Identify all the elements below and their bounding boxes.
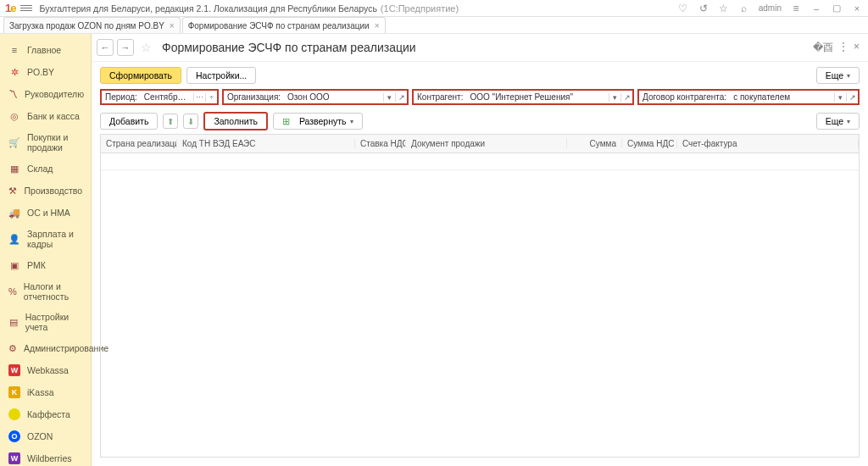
chevron-down-icon[interactable]: ▾ xyxy=(383,93,395,102)
sidebar-item-label: OZON xyxy=(27,431,53,441)
filter-value[interactable]: ООО "Интернет Решения" xyxy=(466,91,609,103)
sidebar-item-prod[interactable]: ⚒Производство xyxy=(0,180,91,202)
home-icon: ≡ xyxy=(8,44,20,56)
maximize-icon[interactable]: ▢ xyxy=(831,3,843,14)
move-up-button[interactable]: ⬆ xyxy=(163,114,178,129)
sidebar-item-webkassa[interactable]: WWebkassa xyxy=(0,359,91,381)
th-country[interactable]: Страна реализации xyxy=(101,139,177,148)
forward-button[interactable]: → xyxy=(117,39,134,56)
sidebar-item-kaffesta[interactable]: Каффеста xyxy=(0,403,91,425)
open-icon[interactable]: ↗ xyxy=(395,93,407,102)
th-sum[interactable]: Сумма xyxy=(567,139,622,148)
tab-label: Формирование ЭСЧФ по странам реализации xyxy=(188,21,370,31)
ozon-icon: O xyxy=(8,430,20,442)
filter-row: Период: Сентябрь 2024 г. ⋯ ÷ Организация… xyxy=(92,89,868,108)
th-code[interactable]: Код ТН ВЭД ЕАЭС xyxy=(177,139,355,148)
more-button[interactable]: Еще xyxy=(816,67,860,84)
close-page-icon[interactable]: × xyxy=(854,41,860,55)
more-menu-icon[interactable]: ⋮ xyxy=(838,41,849,55)
expand-label: Развернуть xyxy=(299,116,347,126)
tab-close-icon[interactable]: × xyxy=(375,21,380,31)
table: Страна реализации Код ТН ВЭД ЕАЭС Ставка… xyxy=(100,134,860,458)
sidebar-item-tax[interactable]: %Налоги и отчетность xyxy=(0,276,91,307)
form-button[interactable]: Сформировать xyxy=(100,67,181,84)
person-icon: 👤 xyxy=(8,233,20,245)
sidebar-item-label: Настройки учета xyxy=(25,312,82,332)
chevron-down-icon[interactable]: ▾ xyxy=(834,93,846,102)
notification-icon[interactable]: ♡ xyxy=(677,3,689,14)
move-down-button[interactable]: ⬇ xyxy=(183,114,198,129)
factory-icon: ⚒ xyxy=(8,185,18,197)
filter-contract: Договор контрагента: с покупателем ▾ ↗ xyxy=(637,89,860,105)
user-menu-icon[interactable]: ≡ xyxy=(790,3,802,14)
sidebar-item-sales[interactable]: 🛒Покупки и продажи xyxy=(0,127,91,158)
fill-button[interactable]: Заполнить xyxy=(203,112,268,130)
sidebar-item-label: РМК xyxy=(27,260,46,270)
minimize-icon[interactable]: – xyxy=(810,3,822,14)
sidebar-item-hr[interactable]: 👤Зарплата и кадры xyxy=(0,224,91,254)
sidebar-item-ozon[interactable]: OOZON xyxy=(0,425,91,447)
content: ← → ☆ Формирование ЭСЧФ по странам реали… xyxy=(92,34,868,466)
book-icon: ▤ xyxy=(8,316,19,328)
app-title: Бухгалтерия для Беларуси, редакция 2.1. … xyxy=(39,3,376,14)
sidebar-item-bank[interactable]: ◎Банк и касса xyxy=(0,105,91,127)
titlebar: 1e Бухгалтерия для Беларуси, редакция 2.… xyxy=(0,0,868,17)
filter-value[interactable]: с покупателем xyxy=(730,91,834,103)
th-invoice[interactable]: Счет-фактура xyxy=(677,139,859,148)
sidebar-item-label: Банк и касса xyxy=(27,111,80,121)
search-icon[interactable]: ⌕ xyxy=(738,3,750,14)
sidebar-item-settings[interactable]: ▤Настройки учета xyxy=(0,307,91,337)
user-label[interactable]: admin xyxy=(759,3,782,13)
sidebar-item-wb[interactable]: WWildberries xyxy=(0,447,91,466)
open-icon[interactable]: ↗ xyxy=(620,93,632,102)
table-header: Страна реализации Код ТН ВЭД ЕАЭС Ставка… xyxy=(101,135,859,153)
app-logo: 1e xyxy=(5,2,15,14)
sidebar-item-stock[interactable]: ▦Склад xyxy=(0,158,91,180)
sidebar-item-label: iKassa xyxy=(27,387,54,397)
sidebar-item-rmk[interactable]: ▣РМК xyxy=(0,254,91,276)
back-button[interactable]: ← xyxy=(97,39,114,56)
th-vat-sum[interactable]: Сумма НДС xyxy=(622,139,677,148)
filter-label: Период: xyxy=(102,91,141,103)
chevron-down-icon[interactable]: ▾ xyxy=(609,93,620,102)
table-row[interactable] xyxy=(101,153,859,170)
sidebar-item-label: Wildberries xyxy=(27,453,72,463)
sidebar-item-label: Производство xyxy=(25,186,82,196)
close-icon[interactable]: × xyxy=(851,3,863,14)
sidebar-item-assets[interactable]: 🚚ОС и НМА xyxy=(0,202,91,224)
filter-label: Договор контрагента: xyxy=(639,91,730,103)
table-body[interactable] xyxy=(101,153,859,457)
tabsbar: Загрузка продаж OZON по дням PO.BY × Фор… xyxy=(0,17,868,34)
sidebar-item-ikassa[interactable]: KiKassa xyxy=(0,381,91,403)
sidebar-item-manager[interactable]: 〽Руководителю xyxy=(0,83,91,105)
tab-eschf[interactable]: Формирование ЭСЧФ по странам реализации … xyxy=(182,17,386,33)
history-icon[interactable]: ↺ xyxy=(698,3,709,14)
calendar-icon[interactable]: ⋯ xyxy=(193,93,205,102)
th-doc[interactable]: Документ продажи xyxy=(406,139,567,148)
wb-icon: W xyxy=(8,452,20,464)
favorite-icon[interactable]: ☆ xyxy=(718,3,730,14)
sidebar-item-admin[interactable]: ⚙Администрирование xyxy=(0,337,91,359)
add-button[interactable]: Добавить xyxy=(100,113,158,130)
money-icon: ◎ xyxy=(8,110,20,122)
settings-button[interactable]: Настройки... xyxy=(186,67,256,84)
th-vat-rate[interactable]: Ставка НДС xyxy=(355,139,406,148)
filter-org: Организация: Озон ООО ▾ ↗ xyxy=(222,89,409,105)
sidebar-item-label: Webkassa xyxy=(27,365,69,375)
open-icon[interactable]: ↗ xyxy=(846,93,858,102)
filter-value[interactable]: Озон ООО xyxy=(284,91,383,103)
tab-ozon-load[interactable]: Загрузка продаж OZON по дням PO.BY × xyxy=(3,17,181,33)
link-icon[interactable]: �酉 xyxy=(813,41,833,55)
sidebar-item-poby[interactable]: ✲PO.BY xyxy=(0,61,91,83)
chevron-icon[interactable]: ÷ xyxy=(205,93,217,102)
filter-value[interactable]: Сентябрь 2024 г. xyxy=(141,91,193,103)
favorite-icon[interactable]: ☆ xyxy=(141,41,152,54)
tab-close-icon[interactable]: × xyxy=(170,21,175,31)
expand-button[interactable]: ⊞ Развернуть xyxy=(273,113,363,130)
filter-label: Контрагент: xyxy=(414,91,466,103)
menu-button[interactable] xyxy=(20,3,32,14)
more-button-2[interactable]: Еще xyxy=(816,113,860,130)
sidebar-item-main[interactable]: ≡Главное xyxy=(0,39,91,61)
box-icon: ▦ xyxy=(8,163,20,175)
action-row: Сформировать Настройки... Еще xyxy=(92,62,868,89)
